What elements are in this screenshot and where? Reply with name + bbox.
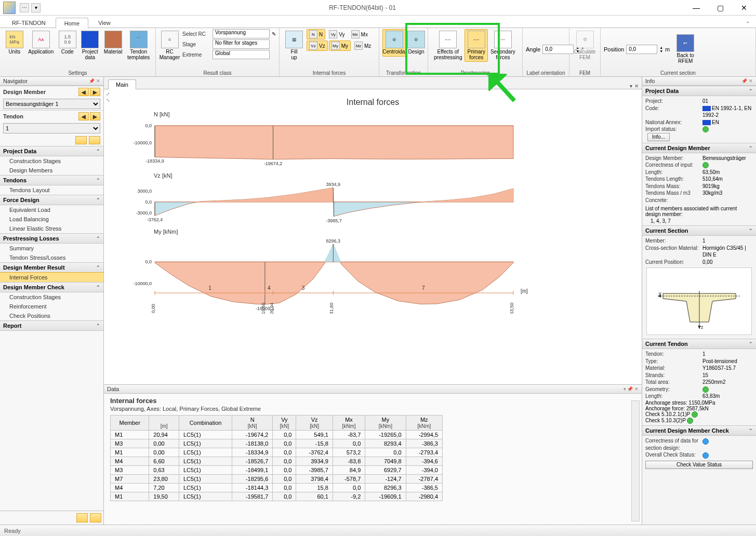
nav-cat-2[interactable]: Force Design⌃ — [0, 195, 103, 205]
nav-cat-3[interactable]: Prestressing Losses⌃ — [0, 233, 103, 244]
nav-item-3-0[interactable]: Summary — [0, 244, 103, 253]
nav-item-0-0[interactable]: Construction Stages — [0, 156, 103, 166]
tendon-next[interactable]: ▶ — [90, 112, 100, 120]
design-button[interactable]: ⊕Design — [406, 29, 426, 57]
info-sec-hd[interactable]: Current Design Member⌃ — [642, 143, 756, 153]
tendon-templates-button[interactable]: ⌒Tendon templates — [125, 29, 152, 62]
svg-text:31,60: 31,60 — [329, 303, 334, 314]
nav-cat-5[interactable]: Design Member Check⌃ — [0, 282, 103, 292]
units-button[interactable]: kNMPaUnits — [3, 29, 26, 57]
maximize-button[interactable]: ▢ — [708, 0, 732, 16]
internalforces-group-label: Internal forces — [283, 69, 376, 76]
prestressing-group-label: Prestressing — [431, 69, 519, 76]
centroidal-button[interactable]: ⊕Centroidal — [382, 29, 406, 57]
nav-prev-button[interactable] — [76, 513, 88, 522]
nav-cat-1[interactable]: Tendons⌃ — [0, 175, 103, 185]
data-panel-tools[interactable]: ▾ 📌 ✕ — [624, 386, 639, 392]
vp-options-icon[interactable]: ▾ — [630, 83, 632, 89]
N-button[interactable]: NN — [307, 29, 325, 39]
svg-text:63,50: 63,50 — [509, 303, 514, 314]
angle-label: Angle — [526, 46, 540, 52]
navigator-pin-icon[interactable]: 📌 ✕ — [89, 78, 100, 84]
pos-down[interactable]: ▼ — [659, 49, 663, 53]
svg-text:3: 3 — [302, 285, 305, 291]
ribbon-collapse-button[interactable]: ⌃ — [744, 20, 752, 28]
fillup-button[interactable]: ▦Fill up — [283, 29, 306, 62]
nav-cat-6[interactable]: Report⌃ — [0, 320, 103, 331]
tendon-select[interactable]: 1 — [3, 123, 100, 133]
Vz-button[interactable]: VzVz — [307, 41, 328, 51]
tendon-aux-next[interactable] — [89, 136, 100, 144]
nav-item-5-2[interactable]: Check Positions — [0, 311, 103, 320]
extreme-dropdown[interactable]: Global — [213, 50, 270, 59]
dm-next[interactable]: ▶ — [90, 88, 100, 96]
svg-text:0,0: 0,0 — [145, 199, 152, 205]
data-title: Internal forces — [104, 394, 642, 406]
position-unit: m — [665, 46, 670, 52]
Vy-button[interactable]: VyVy — [326, 29, 347, 39]
nav-next-button[interactable] — [90, 513, 101, 522]
Mx-button[interactable]: MxMx — [349, 29, 370, 39]
code-button[interactable]: 1.50.9Code — [56, 29, 79, 57]
application-button[interactable]: AAApplication — [26, 29, 56, 57]
info-sec-hd[interactable]: Project Data⌃ — [642, 86, 756, 96]
tendon-prev[interactable]: ◀ — [78, 112, 89, 120]
info-sec-hd[interactable]: Current Tendon⌃ — [642, 339, 756, 349]
minimize-button[interactable]: — — [684, 0, 708, 16]
dm-prev[interactable]: ◀ — [78, 88, 89, 96]
qat-btn-1[interactable]: ⋯ — [20, 3, 29, 12]
chart-title: Internal forces — [113, 98, 632, 107]
back-to-rfem-button[interactable]: ↩Back to RFEM — [674, 33, 697, 65]
nav-item-5-0[interactable]: Construction Stages — [0, 292, 103, 302]
tab-view[interactable]: View — [89, 17, 120, 28]
nav-item-4-0[interactable]: Internal Forces — [0, 272, 103, 283]
primary-forces-button[interactable]: ⌢⌢Primary forces — [465, 29, 487, 62]
My-button[interactable]: MyMy — [329, 41, 351, 51]
project-data-button[interactable]: Project data — [78, 29, 101, 62]
info-pin-icon[interactable]: 📌 ✕ — [741, 78, 753, 84]
nav-item-0-1[interactable]: Design Members — [0, 166, 103, 175]
check-value-status-button[interactable]: Check Value Status — [645, 461, 753, 469]
tendon-aux-prev[interactable] — [75, 136, 87, 144]
calculate-fem-button[interactable]: ⚙Calculate FEM — [573, 29, 597, 62]
design-member-select[interactable]: Bemessungsträger 1 — [3, 99, 100, 109]
edit-icon[interactable]: ✎ — [272, 31, 276, 37]
stage-label: Stage — [182, 42, 210, 47]
qat-btn-2[interactable]: ▾ — [31, 3, 41, 12]
pos-up[interactable]: ▲ — [659, 46, 663, 49]
Mz-button[interactable]: MzMz — [352, 41, 374, 51]
svg-text:-19674,2: -19674,2 — [264, 161, 283, 166]
close-button[interactable]: ✕ — [732, 0, 756, 16]
secondary-forces-button[interactable]: —Secondary forces — [488, 29, 518, 62]
selectrc-label: Select RC — [182, 31, 210, 37]
effects-of-prestressing-button[interactable]: ⌢⌢Effects of prestressing — [431, 29, 465, 62]
zoom-reset-icon[interactable]: ⤡ — [106, 98, 110, 103]
rc-manager-button[interactable]: ≡RC Manager — [159, 29, 180, 62]
stage-dropdown[interactable]: No filter for stages — [213, 39, 270, 49]
labelorient-group-label: Label orientation — [526, 69, 566, 76]
position-input[interactable] — [626, 45, 657, 54]
material-button[interactable]: Material — [101, 29, 125, 57]
data-scrollbar[interactable] — [631, 400, 640, 521]
nav-cat-4[interactable]: Design Member Result⌃ — [0, 262, 103, 273]
svg-text:0,00: 0,00 — [151, 304, 156, 313]
context-tab[interactable]: RF-TENDON — [3, 17, 55, 28]
vp-close-icon[interactable]: ✕ — [634, 83, 639, 89]
selectrc-dropdown[interactable]: Vorspannung — [213, 29, 270, 38]
data-panel-header: Data — [107, 386, 119, 392]
tab-home[interactable]: Home — [56, 18, 88, 28]
nav-item-5-1[interactable]: Reinforcement — [0, 302, 103, 311]
svg-text:20,94: 20,94 — [269, 303, 274, 314]
svg-text:[m]: [m] — [521, 288, 528, 294]
main-tab[interactable]: Main — [108, 79, 136, 89]
nav-item-2-0[interactable]: Equivalent Load — [0, 205, 103, 215]
nav-item-2-2[interactable]: Linear Elastic Stress — [0, 224, 103, 233]
nav-item-1-0[interactable]: Tendons Layout — [0, 185, 103, 195]
info-sec-hd[interactable]: Current Section⌃ — [642, 225, 756, 236]
nav-cat-0[interactable]: Project Data⌃ — [0, 146, 103, 156]
info-sec-hd[interactable]: Current Design Member Check⌃ — [642, 425, 756, 436]
nav-item-2-1[interactable]: Load Balancing — [0, 215, 103, 224]
info-button[interactable]: Info... — [647, 133, 670, 141]
zoom-fit-icon[interactable]: ⤢ — [106, 91, 110, 97]
nav-item-3-1[interactable]: Tendon Stress/Losses — [0, 253, 103, 262]
